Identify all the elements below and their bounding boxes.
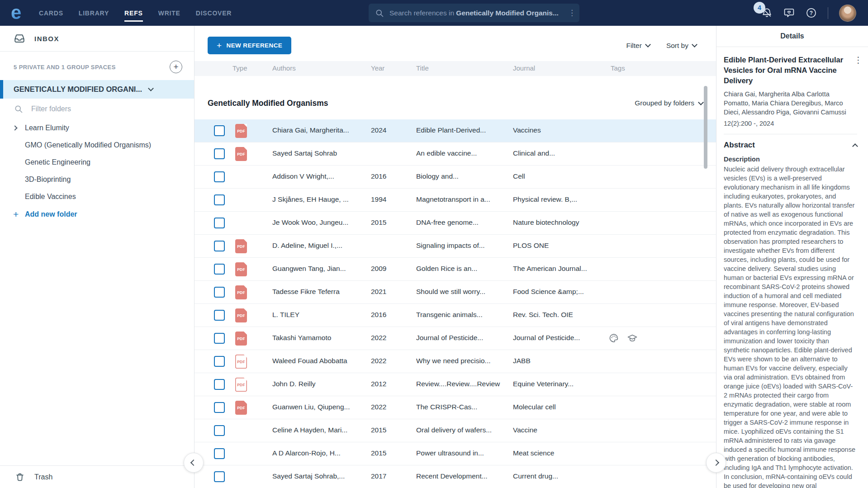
pdf-attachment-icon[interactable]: PDF [235, 124, 247, 138]
sidebar-item-inbox[interactable]: INBOX [0, 26, 194, 52]
table-row[interactable]: PDF L. TILEY 2016 Transgenic animals... … [194, 304, 716, 327]
table-row[interactable]: PDF Chiara Gai, Margherita... 2024 Edibl… [194, 119, 716, 142]
row-checkbox[interactable] [214, 471, 225, 482]
navbar-divider [828, 7, 828, 19]
grouping-dropdown[interactable]: Grouped by folders [635, 99, 703, 107]
pdf-attachment-icon[interactable]: PDF [235, 401, 247, 415]
row-checkbox[interactable] [214, 218, 225, 228]
sort-dropdown[interactable]: Sort by [666, 42, 697, 50]
row-checkbox[interactable] [214, 171, 225, 182]
new-reference-button[interactable]: + NEW REFERENCE [208, 37, 291, 54]
table-row[interactable]: PDF Tadesse Fikre Teferra 2021 Should we… [194, 281, 716, 304]
chevron-right-icon[interactable] [12, 125, 17, 130]
table-row[interactable]: PDF Guangwen Tang, Jian... 2009 Golden R… [194, 258, 716, 281]
row-journal: Cell [513, 172, 606, 180]
row-checkbox[interactable] [214, 264, 225, 275]
pdf-attachment-icon[interactable]: PDF [235, 378, 247, 392]
folder-item[interactable]: GMO (Genetically Modified Organisms) [0, 137, 194, 154]
table-row[interactable]: Celine A Hayden, Mari... 2015 Oral deliv… [194, 419, 716, 442]
selected-space-label: GENETICALLY MODIFIED ORGANI... [14, 85, 142, 94]
table-row[interactable]: PDF D. Adeline, Miguel I.,... Signaling … [194, 235, 716, 258]
column-type[interactable]: Type [232, 64, 247, 72]
selected-space[interactable]: GENETICALLY MODIFIED ORGANI... [0, 80, 194, 99]
row-checkbox[interactable] [214, 287, 225, 298]
graduation-cap-icon[interactable] [627, 333, 638, 344]
row-title: Edible Plant-Derived... [416, 126, 510, 134]
column-title[interactable]: Title [416, 64, 429, 72]
nav-item-write[interactable]: WRITE [158, 9, 180, 17]
palette-icon[interactable] [608, 333, 619, 344]
nav-item-discover[interactable]: DISCOVER [196, 9, 232, 17]
feedback-icon[interactable] [783, 7, 795, 19]
row-checkbox[interactable] [214, 402, 225, 413]
column-year[interactable]: Year [371, 64, 384, 72]
table-row[interactable]: A D Alarcon-Rojo, H... 2015 Power ultras… [194, 442, 716, 465]
column-journal[interactable]: Journal [513, 64, 535, 72]
row-checkbox[interactable] [214, 379, 225, 390]
table-row[interactable]: Je Wook Woo, Jungeu... 2015 DNA-free gen… [194, 212, 716, 235]
row-journal: Food Science &amp;... [513, 288, 606, 296]
table-row[interactable]: PDF Sayed Sartaj Sohrab An edible vaccin… [194, 142, 716, 166]
help-icon[interactable]: ? [806, 7, 817, 19]
row-title: Recent Development... [416, 472, 510, 480]
table-row[interactable]: PDF Guanwen Liu, Qiupeng... 2022 The CRI… [194, 396, 716, 419]
app-logo[interactable]: e [11, 2, 21, 24]
pdf-attachment-icon[interactable]: PDF [235, 308, 247, 322]
notifications-button[interactable]: 4 [761, 7, 773, 19]
table-row[interactable]: PDF Takashi Yamamoto 2022 Journal of Pes… [194, 327, 716, 350]
pdf-attachment-icon[interactable]: PDF [235, 285, 247, 299]
filter-folders-input[interactable]: Filter folders [0, 99, 194, 119]
row-year: 2009 [371, 265, 398, 273]
pdf-attachment-icon[interactable]: PDF [235, 332, 247, 346]
row-checkbox[interactable] [214, 333, 225, 344]
filter-dropdown[interactable]: Filter [626, 42, 650, 50]
list-scrollbar-thumb[interactable] [704, 86, 707, 169]
chevron-down-icon [645, 42, 651, 47]
pdf-attachment-icon[interactable]: PDF [235, 239, 247, 253]
table-row[interactable]: Addison V Wright,... 2016 Biology and...… [194, 166, 716, 189]
sidebar-item-trash[interactable]: Trash [0, 465, 194, 488]
collapse-sidebar-button[interactable] [184, 453, 204, 473]
row-checkbox[interactable] [214, 194, 225, 205]
abstract-section-header[interactable]: Abstract [724, 141, 857, 150]
list-toolbar: + NEW REFERENCE Filter Sort by [194, 26, 716, 54]
nav-item-refs[interactable]: REFS [124, 9, 143, 17]
column-authors[interactable]: Authors [272, 64, 296, 72]
search-bar[interactable]: Search references in Genetically Modifie… [369, 4, 579, 22]
row-checkbox[interactable] [214, 448, 225, 459]
row-checkbox[interactable] [214, 356, 225, 367]
add-space-button[interactable]: + [170, 61, 182, 73]
add-new-folder-button[interactable]: + Add new folder [0, 205, 194, 223]
row-journal: Vaccine [513, 426, 606, 434]
plus-icon: + [13, 209, 19, 220]
row-checkbox[interactable] [214, 425, 225, 436]
table-row[interactable]: PDF Waleed Fouad Abobatta 2022 Why we ne… [194, 350, 716, 373]
nav-item-library[interactable]: LIBRARY [79, 9, 109, 17]
table-row[interactable]: Sayed Sartaj Sohrab,... 2017 Recent Deve… [194, 465, 716, 488]
table-row[interactable]: J Skjånes, EH Hauge, ... 1994 Magnetotra… [194, 189, 716, 212]
user-avatar[interactable] [839, 5, 856, 22]
search-input[interactable]: Search references in Genetically Modifie… [389, 9, 559, 17]
pdf-attachment-icon[interactable]: PDF [235, 147, 247, 161]
folder-item[interactable]: Edible Vaccines [0, 188, 194, 205]
collapse-details-button[interactable] [706, 453, 726, 473]
folder-label: Learn Elumity [25, 124, 69, 132]
svg-text:?: ? [810, 10, 813, 16]
column-tags[interactable]: Tags [611, 64, 625, 72]
search-options-kebab-icon[interactable]: ⋮ [568, 8, 576, 18]
inbox-label: INBOX [34, 35, 59, 43]
pdf-attachment-icon[interactable]: PDF [235, 355, 247, 369]
table-row[interactable]: PDF John D. Reilly 2012 Review....Review… [194, 373, 716, 396]
row-checkbox[interactable] [214, 148, 225, 159]
folder-item[interactable]: Learn Elumity [0, 119, 194, 137]
pdf-attachment-icon[interactable]: PDF [235, 262, 247, 276]
folder-item[interactable]: 3D-Bioprinting [0, 171, 194, 188]
reference-kebab-icon[interactable]: ⋮ [854, 55, 863, 65]
row-checkbox[interactable] [214, 310, 225, 321]
group-title: Genetically Modified Organisms [208, 99, 328, 108]
nav-item-cards[interactable]: CARDS [39, 9, 63, 17]
row-checkbox[interactable] [214, 241, 225, 251]
row-checkbox[interactable] [214, 125, 225, 136]
trash-label: Trash [34, 473, 52, 481]
folder-item[interactable]: Genetic Engineering [0, 154, 194, 171]
